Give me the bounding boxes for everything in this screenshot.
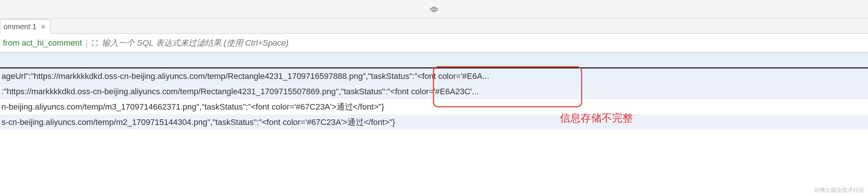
sql-filter-input[interactable]: [102, 38, 865, 48]
table-row[interactable]: :"https://markkkkdkd.oss-cn-beijing.aliy…: [0, 84, 868, 99]
result-grid: ageUrl":"https://markkkkdkd.oss-cn-beiji…: [0, 52, 868, 130]
panel-drag-handle[interactable]: [429, 6, 439, 12]
cell-value: ageUrl":"https://markkkkdkd.oss-cn-beiji…: [1, 71, 489, 81]
grid-body: ageUrl":"https://markkkkdkd.oss-cn-beiji…: [0, 68, 868, 130]
fullscreen-icon[interactable]: [91, 40, 98, 46]
grid-header: [0, 53, 868, 68]
sql-source-label: from act_hi_comment: [3, 38, 82, 48]
result-tab[interactable]: omment 1 ✕: [0, 19, 51, 34]
close-icon[interactable]: ✕: [40, 23, 46, 31]
cell-value: n-beijing.aliyuncs.com/temp/m3_170971466…: [1, 101, 384, 113]
table-row[interactable]: s-cn-beijing.aliyuncs.com/temp/m2_170971…: [0, 114, 868, 130]
cell-value: :"https://markkkkdkd.oss-cn-beijing.aliy…: [1, 87, 479, 97]
tab-bar: omment 1 ✕: [0, 19, 868, 34]
tab-label: omment 1: [3, 22, 37, 31]
filter-row: from act_hi_comment |: [0, 34, 868, 52]
top-separator-bar: [0, 0, 868, 19]
annotation-text: 信息存储不完整: [560, 111, 633, 125]
arrow-up-icon: [429, 6, 439, 9]
table-row[interactable]: n-beijing.aliyuncs.com/temp/m3_170971466…: [0, 99, 868, 114]
arrow-down-icon: [429, 10, 439, 12]
table-row[interactable]: ageUrl":"https://markkkkdkd.oss-cn-beiji…: [0, 68, 868, 84]
cell-value: s-cn-beijing.aliyuncs.com/temp/m2_170971…: [1, 117, 395, 128]
separator: |: [86, 38, 88, 48]
